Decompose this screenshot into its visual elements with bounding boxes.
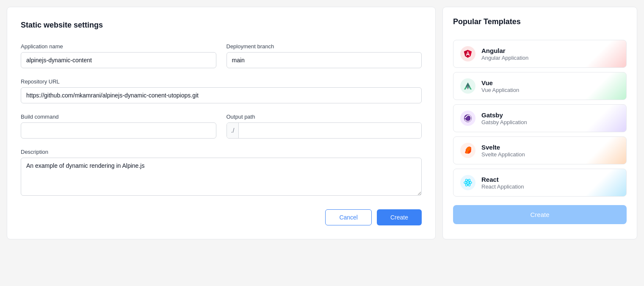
deploy-branch-group: Deployment branch bbox=[227, 43, 422, 68]
gatsby-desc: Gatsby Application bbox=[481, 119, 619, 125]
vue-desc: Vue Application bbox=[481, 87, 619, 93]
template-card-svelte[interactable]: Svelte Svelte Application bbox=[453, 136, 627, 164]
svelte-info: Svelte Svelte Application bbox=[481, 144, 619, 158]
app-name-label: Application name bbox=[21, 43, 216, 50]
repo-url-input[interactable] bbox=[21, 87, 422, 103]
description-label: Description bbox=[21, 149, 422, 155]
gatsby-icon bbox=[460, 111, 475, 126]
template-card-angular[interactable]: Angular Angular Application bbox=[453, 40, 627, 68]
form-row-1: Application name Deployment branch bbox=[21, 43, 422, 68]
react-desc: React Application bbox=[481, 183, 619, 190]
angular-name: Angular bbox=[481, 47, 619, 54]
main-container: Static website settings Application name… bbox=[7, 7, 637, 239]
angular-info: Angular Angular Application bbox=[481, 47, 619, 61]
svg-point-7 bbox=[467, 182, 469, 183]
template-card-vue[interactable]: Vue Vue Application bbox=[453, 72, 627, 100]
build-command-input[interactable] bbox=[21, 122, 216, 139]
output-path-label: Output path bbox=[227, 114, 422, 120]
output-path-group: Output path ./ bbox=[227, 114, 422, 139]
svelte-name: Svelte bbox=[481, 144, 619, 151]
svg-marker-5 bbox=[466, 83, 470, 90]
vue-info: Vue Vue Application bbox=[481, 79, 619, 93]
react-name: React bbox=[481, 176, 619, 183]
form-row-3: Build command Output path ./ bbox=[21, 114, 422, 139]
template-create-button[interactable]: Create bbox=[453, 205, 627, 224]
right-panel: Popular Templates Angular Angular Applic… bbox=[442, 7, 637, 239]
output-path-input[interactable] bbox=[239, 123, 421, 138]
build-command-group: Build command bbox=[21, 114, 216, 139]
template-card-react[interactable]: React React Application bbox=[453, 169, 627, 197]
angular-desc: Angular Application bbox=[481, 55, 619, 61]
gatsby-info: Gatsby Gatsby Application bbox=[481, 111, 619, 125]
app-name-input[interactable] bbox=[21, 52, 216, 68]
vue-name: Vue bbox=[481, 79, 619, 86]
svelte-desc: Svelte Application bbox=[481, 151, 619, 158]
output-path-wrapper: ./ bbox=[227, 122, 422, 139]
template-card-gatsby[interactable]: Gatsby Gatsby Application bbox=[453, 104, 627, 132]
angular-icon bbox=[460, 46, 475, 61]
cancel-button[interactable]: Cancel bbox=[325, 209, 372, 225]
description-textarea[interactable] bbox=[21, 158, 422, 196]
deploy-branch-input[interactable] bbox=[227, 52, 422, 68]
button-row: Cancel Create bbox=[21, 209, 422, 225]
build-command-label: Build command bbox=[21, 114, 216, 120]
left-panel-title: Static website settings bbox=[21, 21, 422, 30]
form-row-4: Description bbox=[21, 149, 422, 196]
description-group: Description bbox=[21, 149, 422, 196]
output-path-prefix: ./ bbox=[227, 123, 239, 138]
svelte-icon bbox=[460, 143, 475, 158]
repo-url-group: Repository URL bbox=[21, 78, 422, 103]
react-icon bbox=[460, 175, 475, 190]
left-panel: Static website settings Application name… bbox=[7, 7, 436, 239]
repo-url-label: Repository URL bbox=[21, 78, 422, 85]
app-name-group: Application name bbox=[21, 43, 216, 68]
form-row-2: Repository URL bbox=[21, 78, 422, 103]
create-button[interactable]: Create bbox=[377, 209, 422, 225]
right-panel-title: Popular Templates bbox=[453, 17, 627, 26]
react-info: React React Application bbox=[481, 176, 619, 190]
deploy-branch-label: Deployment branch bbox=[227, 43, 422, 50]
template-list: Angular Angular Application Vue Vue Appl… bbox=[453, 40, 627, 197]
gatsby-name: Gatsby bbox=[481, 111, 619, 119]
vue-icon bbox=[460, 78, 475, 94]
